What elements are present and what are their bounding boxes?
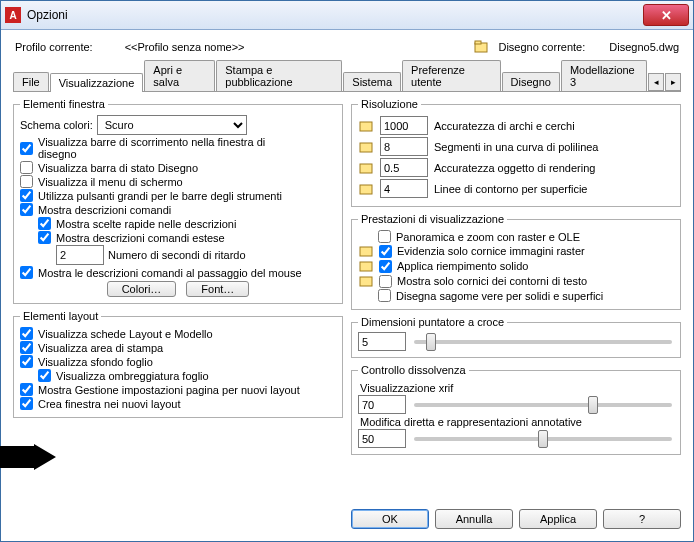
cb-make-viewport[interactable] bbox=[20, 397, 33, 410]
titlebar: A Opzioni ✕ bbox=[1, 1, 693, 30]
cb-screenmenu[interactable] bbox=[20, 175, 33, 188]
lbl-ext-tooltips: Mostra descrizioni comandi estese bbox=[56, 232, 225, 244]
lbl-page-setup: Mostra Gestione impostazioni pagina per … bbox=[38, 384, 300, 396]
lbl-paper-shadow: Visualizza ombreggiatura foglio bbox=[56, 370, 209, 382]
svg-rect-4 bbox=[360, 164, 372, 173]
xref-fade-field[interactable] bbox=[358, 395, 406, 414]
tab-visualization[interactable]: Visualizzazione bbox=[50, 73, 144, 92]
group-performance-legend: Prestazioni di visualizzazione bbox=[358, 213, 507, 225]
help-button[interactable]: ? bbox=[603, 509, 681, 529]
svg-rect-6 bbox=[360, 247, 372, 256]
edit-fade-field[interactable] bbox=[358, 429, 406, 448]
edit-fade-label: Modifica diretta e rappresentazioni anno… bbox=[360, 416, 674, 428]
group-layout-elements-legend: Elementi layout bbox=[20, 310, 101, 322]
current-drawing-label: Disegno corrente: bbox=[498, 41, 585, 53]
lbl-bigbuttons: Utilizza pulsanti grandi per le barre de… bbox=[38, 190, 282, 202]
edit-fade-slider[interactable] bbox=[414, 437, 672, 441]
apply-button[interactable]: Applica bbox=[519, 509, 597, 529]
footer-buttons: OK Annulla Applica ? bbox=[13, 501, 681, 537]
tab-user-prefs[interactable]: Preferenze utente bbox=[402, 60, 500, 91]
group-resolution: Risoluzione Accuratezza di archi e cerch… bbox=[351, 98, 681, 207]
lbl-text-frame: Mostra solo cornici dei contorni di test… bbox=[397, 275, 587, 287]
drawing-icon bbox=[358, 140, 374, 154]
cb-highlight-raster[interactable] bbox=[379, 245, 392, 258]
cb-silhouettes[interactable] bbox=[378, 289, 391, 302]
group-resolution-legend: Risoluzione bbox=[358, 98, 421, 110]
lbl-solid-fill: Applica riempimento solido bbox=[397, 260, 528, 272]
tabs: File Visualizzazione Apri e salva Stampa… bbox=[13, 60, 681, 92]
cb-ext-tooltips[interactable] bbox=[38, 231, 51, 244]
lbl-make-viewport: Crea finestra nei nuovi layout bbox=[38, 398, 180, 410]
lbl-silhouettes: Disegna sagome vere per solidi e superfi… bbox=[396, 290, 603, 302]
window-title: Opzioni bbox=[27, 8, 643, 22]
group-layout-elements: Elementi layout Visualizza schede Layout… bbox=[13, 310, 343, 418]
cb-tooltips[interactable] bbox=[20, 203, 33, 216]
svg-rect-3 bbox=[360, 143, 372, 152]
tab-drawing[interactable]: Disegno bbox=[502, 72, 560, 91]
cb-text-frame[interactable] bbox=[379, 275, 392, 288]
lbl-screenmenu: Visualizza il menu di schermo bbox=[38, 176, 183, 188]
cb-rollover[interactable] bbox=[20, 266, 33, 279]
cb-page-setup[interactable] bbox=[20, 383, 33, 396]
current-profile-label: Profilo corrente: bbox=[15, 41, 93, 53]
render-accuracy-label: Accuratezza oggetto di rendering bbox=[434, 162, 595, 174]
drawing-icon bbox=[358, 274, 374, 288]
cb-pan-zoom[interactable] bbox=[378, 230, 391, 243]
tabs-scroll-right[interactable]: ▸ bbox=[665, 73, 681, 91]
cb-statusbar[interactable] bbox=[20, 161, 33, 174]
tab-open-save[interactable]: Apri e salva bbox=[144, 60, 215, 91]
surface-contours-label: Linee di contorno per superficie bbox=[434, 183, 587, 195]
group-fade-control-legend: Controllo dissolvenza bbox=[358, 364, 469, 376]
lbl-pan-zoom: Panoramica e zoom con raster e OLE bbox=[396, 231, 580, 243]
svg-rect-5 bbox=[360, 185, 372, 194]
drawing-icon bbox=[358, 161, 374, 175]
tab-3d-modeling[interactable]: Modellazione 3 bbox=[561, 60, 647, 91]
arc-accuracy-field[interactable] bbox=[380, 116, 428, 135]
svg-rect-1 bbox=[475, 41, 481, 44]
delay-field[interactable] bbox=[56, 245, 104, 265]
color-scheme-select[interactable]: Scuro bbox=[97, 115, 247, 135]
fonts-button[interactable]: Font… bbox=[186, 281, 249, 297]
group-crosshair-legend: Dimensioni puntatore a croce bbox=[358, 316, 507, 328]
options-window: A Opzioni ✕ Profilo corrente: <<Profilo … bbox=[0, 0, 694, 542]
cb-paper-bg[interactable] bbox=[20, 355, 33, 368]
crosshair-size-field[interactable] bbox=[358, 332, 406, 351]
tab-system[interactable]: Sistema bbox=[343, 72, 401, 91]
lbl-layout-tabs: Visualizza schede Layout e Modello bbox=[38, 328, 213, 340]
arc-accuracy-label: Accuratezza di archi e cerchi bbox=[434, 120, 575, 132]
render-accuracy-field[interactable] bbox=[380, 158, 428, 177]
cb-layout-tabs[interactable] bbox=[20, 327, 33, 340]
tabs-scroll-left[interactable]: ◂ bbox=[648, 73, 664, 91]
lbl-paper-bg: Visualizza sfondo foglio bbox=[38, 356, 153, 368]
polyline-segs-label: Segmenti in una curva di polilinea bbox=[434, 141, 599, 153]
group-fade-control: Controllo dissolvenza Visualizzazione xr… bbox=[351, 364, 681, 455]
surface-contours-field[interactable] bbox=[380, 179, 428, 198]
profile-row: Profilo corrente: <<Profilo senza nome>>… bbox=[13, 38, 681, 60]
polyline-segs-field[interactable] bbox=[380, 137, 428, 156]
lbl-statusbar: Visualizza barra di stato Disegno bbox=[38, 162, 198, 174]
drawing-icon bbox=[358, 244, 374, 258]
drawing-icon bbox=[474, 40, 488, 54]
cb-solid-fill[interactable] bbox=[379, 260, 392, 273]
xref-fade-slider[interactable] bbox=[414, 403, 672, 407]
group-performance: Prestazioni di visualizzazione Panoramic… bbox=[351, 213, 681, 310]
crosshair-size-slider[interactable] bbox=[414, 340, 672, 344]
ok-button[interactable]: OK bbox=[351, 509, 429, 529]
lbl-highlight-raster: Evidenzia solo cornice immagini raster bbox=[397, 245, 585, 257]
xref-fade-label: Visualizzazione xrif bbox=[360, 382, 674, 394]
cb-print-area[interactable] bbox=[20, 341, 33, 354]
colors-button[interactable]: Colori… bbox=[107, 281, 177, 297]
group-window-elements: Elementi finestra Schema colori: Scuro V… bbox=[13, 98, 343, 304]
cancel-button[interactable]: Annulla bbox=[435, 509, 513, 529]
tab-print[interactable]: Stampa e pubblicazione bbox=[216, 60, 342, 91]
group-crosshair: Dimensioni puntatore a croce bbox=[351, 316, 681, 358]
cb-paper-shadow[interactable] bbox=[38, 369, 51, 382]
cb-bigbuttons[interactable] bbox=[20, 189, 33, 202]
lbl-scrollbars: Visualizza barre di scorrimento nella fi… bbox=[38, 136, 278, 160]
close-button[interactable]: ✕ bbox=[643, 4, 689, 26]
drawing-icon bbox=[358, 119, 374, 133]
svg-rect-2 bbox=[360, 122, 372, 131]
cb-scrollbars[interactable] bbox=[20, 142, 33, 155]
tab-file[interactable]: File bbox=[13, 72, 49, 91]
cb-shortcuts[interactable] bbox=[38, 217, 51, 230]
